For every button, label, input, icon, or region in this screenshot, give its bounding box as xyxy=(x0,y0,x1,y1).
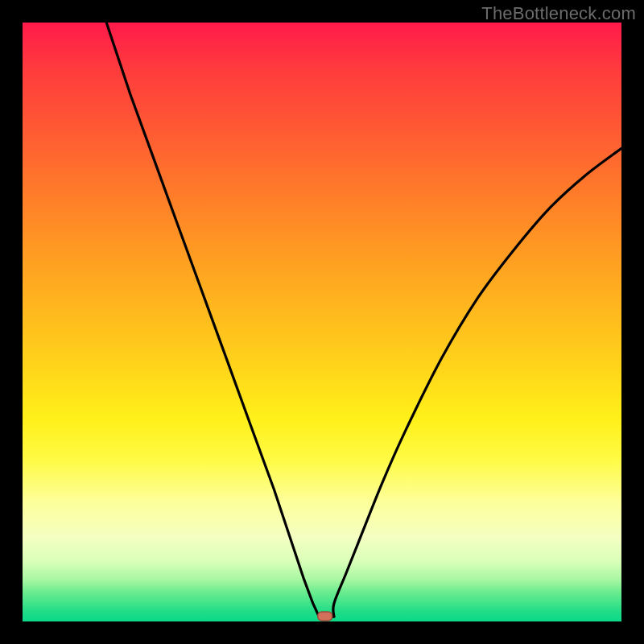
optimal-point-marker xyxy=(318,612,332,621)
chart-frame: TheBottleneck.com xyxy=(0,0,644,644)
chart-plot-area xyxy=(23,23,621,621)
bottleneck-curve xyxy=(23,23,621,621)
curve-path xyxy=(106,23,621,617)
watermark-text: TheBottleneck.com xyxy=(481,3,636,24)
